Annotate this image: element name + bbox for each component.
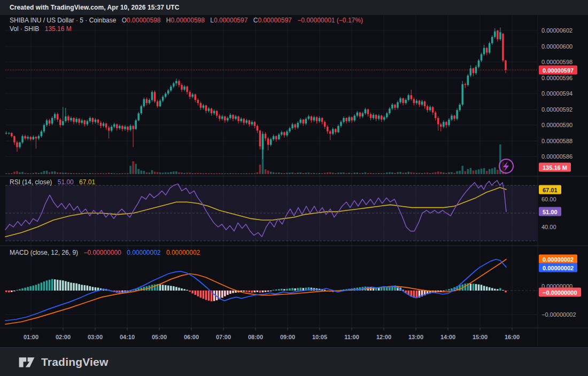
tradingview-chart-screenshot: Created with TradingView.com, Apr 10, 20… <box>0 0 588 376</box>
tradingview-logo-icon[interactable] <box>18 355 35 369</box>
chart-plot-area[interactable] <box>0 0 588 376</box>
tradingview-logo-text: TradingView <box>41 356 109 369</box>
footer-bar: TradingView <box>0 347 588 376</box>
boost-lightning-icon[interactable] <box>499 159 513 173</box>
